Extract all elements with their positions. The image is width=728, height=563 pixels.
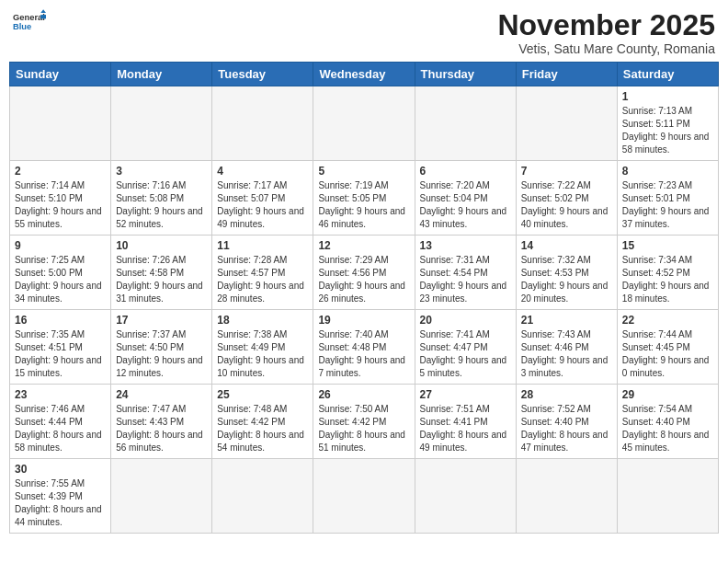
calendar-cell: 6Sunrise: 7:20 AM Sunset: 5:04 PM Daylig… bbox=[415, 161, 516, 236]
calendar-cell: 11Sunrise: 7:28 AM Sunset: 4:57 PM Dayli… bbox=[212, 236, 313, 310]
calendar-cell: 1Sunrise: 7:13 AM Sunset: 5:11 PM Daylig… bbox=[617, 86, 718, 161]
day-info: Sunrise: 7:52 AM Sunset: 4:40 PM Dayligh… bbox=[521, 403, 612, 454]
day-info: Sunrise: 7:22 AM Sunset: 5:02 PM Dayligh… bbox=[521, 179, 612, 231]
day-info: Sunrise: 7:20 AM Sunset: 5:04 PM Dayligh… bbox=[420, 179, 511, 231]
calendar-cell: 12Sunrise: 7:29 AM Sunset: 4:56 PM Dayli… bbox=[313, 236, 415, 310]
calendar-cell: 22Sunrise: 7:44 AM Sunset: 4:45 PM Dayli… bbox=[617, 310, 718, 385]
logo: General Blue bbox=[13, 9, 46, 35]
calendar-week-3: 9Sunrise: 7:25 AM Sunset: 5:00 PM Daylig… bbox=[10, 236, 719, 310]
day-info: Sunrise: 7:54 AM Sunset: 4:40 PM Dayligh… bbox=[622, 403, 713, 454]
generalblue-logo-icon: General Blue bbox=[13, 9, 46, 35]
title-block: November 2025 Vetis, Satu Mare County, R… bbox=[497, 9, 715, 56]
calendar-cell: 5Sunrise: 7:19 AM Sunset: 5:05 PM Daylig… bbox=[313, 161, 415, 236]
calendar-cell: 24Sunrise: 7:47 AM Sunset: 4:43 PM Dayli… bbox=[111, 385, 212, 459]
day-number: 26 bbox=[318, 388, 409, 401]
day-number: 10 bbox=[116, 239, 207, 252]
day-info: Sunrise: 7:17 AM Sunset: 5:07 PM Dayligh… bbox=[217, 179, 308, 231]
day-number: 28 bbox=[521, 388, 612, 401]
day-number: 2 bbox=[15, 165, 106, 178]
day-info: Sunrise: 7:51 AM Sunset: 4:41 PM Dayligh… bbox=[420, 403, 511, 454]
calendar-week-4: 16Sunrise: 7:35 AM Sunset: 4:51 PM Dayli… bbox=[10, 310, 719, 385]
day-info: Sunrise: 7:47 AM Sunset: 4:43 PM Dayligh… bbox=[116, 403, 207, 454]
calendar-cell: 29Sunrise: 7:54 AM Sunset: 4:40 PM Dayli… bbox=[617, 385, 718, 459]
day-number: 24 bbox=[116, 388, 207, 401]
day-info: Sunrise: 7:41 AM Sunset: 4:47 PM Dayligh… bbox=[420, 328, 511, 380]
day-number: 11 bbox=[217, 239, 308, 252]
day-info: Sunrise: 7:46 AM Sunset: 4:44 PM Dayligh… bbox=[15, 403, 106, 454]
day-number: 20 bbox=[420, 314, 511, 327]
page-header: General Blue November 2025 Vetis, Satu M… bbox=[9, 9, 719, 56]
day-info: Sunrise: 7:38 AM Sunset: 4:49 PM Dayligh… bbox=[217, 328, 308, 380]
calendar-table: SundayMondayTuesdayWednesdayThursdayFrid… bbox=[9, 62, 719, 534]
day-info: Sunrise: 7:28 AM Sunset: 4:57 PM Dayligh… bbox=[217, 254, 308, 305]
calendar-cell bbox=[415, 86, 516, 161]
day-number: 21 bbox=[521, 314, 612, 327]
day-number: 16 bbox=[15, 314, 106, 327]
calendar-cell bbox=[516, 86, 617, 161]
day-info: Sunrise: 7:16 AM Sunset: 5:08 PM Dayligh… bbox=[116, 179, 207, 231]
calendar-cell: 4Sunrise: 7:17 AM Sunset: 5:07 PM Daylig… bbox=[212, 161, 313, 236]
day-number: 19 bbox=[318, 314, 409, 327]
day-number: 15 bbox=[622, 239, 713, 252]
calendar-cell: 27Sunrise: 7:51 AM Sunset: 4:41 PM Dayli… bbox=[415, 385, 516, 459]
calendar-cell: 30Sunrise: 7:55 AM Sunset: 4:39 PM Dayli… bbox=[10, 459, 111, 534]
weekday-header-friday: Friday bbox=[516, 63, 617, 86]
day-info: Sunrise: 7:29 AM Sunset: 4:56 PM Dayligh… bbox=[318, 254, 409, 305]
calendar-cell bbox=[111, 86, 212, 161]
calendar-cell bbox=[415, 459, 516, 534]
day-info: Sunrise: 7:14 AM Sunset: 5:10 PM Dayligh… bbox=[15, 179, 106, 231]
day-info: Sunrise: 7:37 AM Sunset: 4:50 PM Dayligh… bbox=[116, 328, 207, 380]
day-info: Sunrise: 7:50 AM Sunset: 4:42 PM Dayligh… bbox=[318, 403, 409, 454]
calendar-week-6: 30Sunrise: 7:55 AM Sunset: 4:39 PM Dayli… bbox=[10, 459, 719, 534]
calendar-cell: 21Sunrise: 7:43 AM Sunset: 4:46 PM Dayli… bbox=[516, 310, 617, 385]
calendar-week-1: 1Sunrise: 7:13 AM Sunset: 5:11 PM Daylig… bbox=[10, 86, 719, 161]
weekday-header-tuesday: Tuesday bbox=[212, 63, 313, 86]
day-number: 9 bbox=[15, 239, 106, 252]
calendar-cell: 23Sunrise: 7:46 AM Sunset: 4:44 PM Dayli… bbox=[10, 385, 111, 459]
day-info: Sunrise: 7:48 AM Sunset: 4:42 PM Dayligh… bbox=[217, 403, 308, 454]
month-title: November 2025 bbox=[497, 9, 715, 41]
weekday-header-monday: Monday bbox=[111, 63, 212, 86]
calendar-cell: 14Sunrise: 7:32 AM Sunset: 4:53 PM Dayli… bbox=[516, 236, 617, 310]
day-number: 27 bbox=[420, 388, 511, 401]
calendar-cell: 10Sunrise: 7:26 AM Sunset: 4:58 PM Dayli… bbox=[111, 236, 212, 310]
calendar-cell bbox=[212, 459, 313, 534]
day-number: 12 bbox=[318, 239, 409, 252]
day-number: 25 bbox=[217, 388, 308, 401]
calendar-cell: 17Sunrise: 7:37 AM Sunset: 4:50 PM Dayli… bbox=[111, 310, 212, 385]
day-number: 29 bbox=[622, 388, 713, 401]
day-info: Sunrise: 7:31 AM Sunset: 4:54 PM Dayligh… bbox=[420, 254, 511, 305]
day-number: 6 bbox=[420, 165, 511, 178]
calendar-cell bbox=[313, 459, 415, 534]
weekday-header-sunday: Sunday bbox=[10, 63, 111, 86]
calendar-cell: 15Sunrise: 7:34 AM Sunset: 4:52 PM Dayli… bbox=[617, 236, 718, 310]
calendar-cell bbox=[313, 86, 415, 161]
calendar-cell: 7Sunrise: 7:22 AM Sunset: 5:02 PM Daylig… bbox=[516, 161, 617, 236]
weekday-header-saturday: Saturday bbox=[617, 63, 718, 86]
calendar-cell: 26Sunrise: 7:50 AM Sunset: 4:42 PM Dayli… bbox=[313, 385, 415, 459]
day-info: Sunrise: 7:40 AM Sunset: 4:48 PM Dayligh… bbox=[318, 328, 409, 380]
day-number: 22 bbox=[622, 314, 713, 327]
weekday-header-row: SundayMondayTuesdayWednesdayThursdayFrid… bbox=[10, 63, 719, 86]
svg-text:General: General bbox=[13, 13, 45, 22]
day-info: Sunrise: 7:19 AM Sunset: 5:05 PM Dayligh… bbox=[318, 179, 409, 231]
day-number: 13 bbox=[420, 239, 511, 252]
calendar-cell: 20Sunrise: 7:41 AM Sunset: 4:47 PM Dayli… bbox=[415, 310, 516, 385]
day-number: 14 bbox=[521, 239, 612, 252]
calendar-cell: 13Sunrise: 7:31 AM Sunset: 4:54 PM Dayli… bbox=[415, 236, 516, 310]
day-info: Sunrise: 7:26 AM Sunset: 4:58 PM Dayligh… bbox=[116, 254, 207, 305]
day-info: Sunrise: 7:23 AM Sunset: 5:01 PM Dayligh… bbox=[622, 179, 713, 231]
location-subtitle: Vetis, Satu Mare County, Romania bbox=[497, 41, 715, 56]
weekday-header-wednesday: Wednesday bbox=[313, 63, 415, 86]
calendar-cell: 3Sunrise: 7:16 AM Sunset: 5:08 PM Daylig… bbox=[111, 161, 212, 236]
day-number: 7 bbox=[521, 165, 612, 178]
day-number: 17 bbox=[116, 314, 207, 327]
day-info: Sunrise: 7:32 AM Sunset: 4:53 PM Dayligh… bbox=[521, 254, 612, 305]
calendar-cell bbox=[212, 86, 313, 161]
day-info: Sunrise: 7:25 AM Sunset: 5:00 PM Dayligh… bbox=[15, 254, 106, 305]
calendar-week-5: 23Sunrise: 7:46 AM Sunset: 4:44 PM Dayli… bbox=[10, 385, 719, 459]
calendar-cell: 28Sunrise: 7:52 AM Sunset: 4:40 PM Dayli… bbox=[516, 385, 617, 459]
calendar-cell: 19Sunrise: 7:40 AM Sunset: 4:48 PM Dayli… bbox=[313, 310, 415, 385]
svg-marker-2 bbox=[40, 9, 46, 13]
day-number: 18 bbox=[217, 314, 308, 327]
